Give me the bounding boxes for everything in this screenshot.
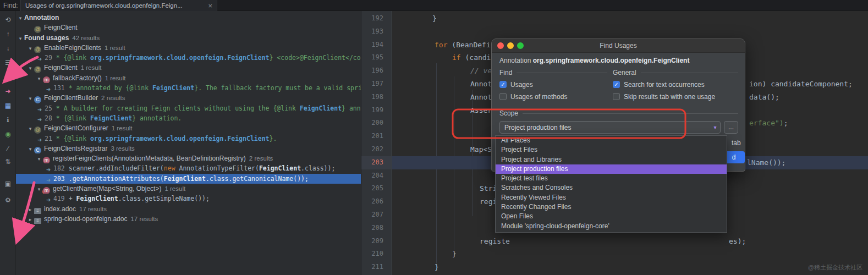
ignore-icon[interactable]: ∕ <box>3 144 13 153</box>
chevron-down-icon[interactable]: ▾ <box>17 13 24 23</box>
usage-row[interactable]: ➜419 + FeignClient.class.getSimpleName()… <box>15 194 361 204</box>
preview-icon[interactable]: ◉ <box>3 130 13 139</box>
scope-option[interactable]: Current File <box>496 231 727 233</box>
line-number[interactable]: 198 <box>361 91 391 104</box>
line-number[interactable]: 195 <box>361 51 391 64</box>
chevron-down-icon[interactable]: ▾ <box>26 63 34 73</box>
line-number[interactable]: 202 <box>361 143 391 156</box>
usage-row[interactable]: ▸≡index.adoc17 results <box>15 204 361 214</box>
line-number[interactable]: 203 <box>361 156 391 169</box>
usage-row[interactable]: ▾mfallbackFactory()1 result <box>15 73 361 83</box>
scope-option[interactable]: Project test files <box>496 174 727 183</box>
code-line[interactable] <box>392 25 868 38</box>
line-number[interactable]: 211 <box>361 261 391 274</box>
chevron-down-icon[interactable]: ▾ <box>26 43 34 53</box>
find-group-header: Find <box>499 69 607 76</box>
tab-close-icon[interactable]: × <box>208 2 212 10</box>
usage-row[interactable]: ➜21 * {@link org.springframework.cloud.o… <box>15 134 361 144</box>
scope-option[interactable]: All Places <box>496 136 727 145</box>
settings-gear-icon[interactable]: ⚙ <box>3 196 13 205</box>
line-number[interactable]: 207 <box>361 208 391 222</box>
next-usage-icon[interactable]: ➜ <box>3 87 13 96</box>
unchecked-checkbox[interactable] <box>499 93 507 100</box>
group-by-icon[interactable]: ☰ <box>3 58 13 68</box>
chevron-down-icon[interactable]: ▾ <box>35 184 43 194</box>
scope-option[interactable]: Project and Libraries <box>496 155 727 164</box>
collapse-down-icon[interactable]: ↓ <box>3 44 13 53</box>
scope-option[interactable]: Recently Viewed Files <box>496 193 727 202</box>
scope-option[interactable]: Module 'spring-cloud-openfeign-core' <box>496 222 727 231</box>
scope-combobox[interactable]: Project production files ▾ <box>499 121 721 134</box>
chevron-down-icon[interactable]: ▾ <box>26 94 34 103</box>
chevron-down-icon[interactable]: ▾ <box>17 34 24 43</box>
scope-browse-button[interactable]: ... <box>724 121 738 134</box>
minimize-button[interactable] <box>507 42 514 49</box>
code-line[interactable]: registees); <box>392 235 868 248</box>
usage-row[interactable]: ➜182 scanner.addIncludeFilter(new Annota… <box>15 163 361 173</box>
chevron-down-icon[interactable]: ▾ <box>35 74 43 83</box>
code-line[interactable]: } <box>392 12 868 25</box>
group-usages-icon[interactable]: ▦ <box>3 101 13 111</box>
line-number[interactable]: 196 <box>361 64 391 78</box>
usage-row[interactable]: ➜29 * {@link org.springframework.cloud.o… <box>15 53 361 63</box>
usage-row[interactable]: ➜25 * A builder for creating Feign clien… <box>15 103 361 113</box>
usage-row[interactable]: ▾Found usages42 results <box>15 33 361 43</box>
scope-option[interactable]: Project production files <box>496 164 727 174</box>
checked-checkbox[interactable]: ✓ <box>499 81 507 88</box>
scope-option[interactable]: Scratches and Consoles <box>496 183 727 193</box>
line-number[interactable]: 209 <box>361 235 391 248</box>
usage-row[interactable]: ▾CFeignClientBuilder2 results <box>15 93 361 103</box>
unchecked-checkbox[interactable] <box>613 93 620 100</box>
line-number[interactable]: 199 <box>361 104 391 117</box>
code-fragment: Annot <box>470 91 492 104</box>
line-number[interactable]: 193 <box>361 25 391 38</box>
pin-icon[interactable]: ❖ <box>3 73 13 82</box>
dialog-titlebar[interactable]: Find Usages <box>492 39 745 53</box>
usage-row[interactable]: ▾CFeignClientsRegistrar3 results <box>15 144 361 153</box>
line-number[interactable]: 192 <box>361 12 391 25</box>
usage-row[interactable]: ➜28 * {@link FeignClient} annotation. <box>15 113 361 123</box>
usage-row[interactable]: ▾Annotation <box>15 13 361 23</box>
chevron-down-icon[interactable]: ▾ <box>35 154 43 163</box>
usage-row[interactable]: ▾mgetClientName(Map<String, Object>)1 re… <box>15 184 361 194</box>
usage-row[interactable]: ▾@EnableFeignClients1 result <box>15 43 361 53</box>
chevron-right-icon[interactable]: ▸ <box>26 205 34 214</box>
close-button[interactable] <box>497 42 504 49</box>
line-number[interactable]: 201 <box>361 130 391 143</box>
dock-icon[interactable]: ▣ <box>3 179 13 189</box>
usage-text: }. <box>270 135 277 142</box>
combo-chevron-icon[interactable]: ▾ <box>710 124 720 130</box>
open-in-new-tab-label-fragment[interactable]: tab <box>732 139 741 147</box>
usage-row[interactable]: ▾@FeignClient1 result <box>15 63 361 73</box>
usage-row[interactable]: ▸≡spring-cloud-openfeign.adoc17 results <box>15 214 361 224</box>
line-number[interactable]: 204 <box>361 169 391 183</box>
code-line[interactable]: } <box>392 248 868 261</box>
line-number[interactable]: 210 <box>361 248 391 261</box>
sort-icon[interactable]: ⇅ <box>3 157 13 167</box>
chevron-right-icon[interactable]: ▸ <box>26 215 34 224</box>
scope-option[interactable]: Recently Changed Files <box>496 202 727 212</box>
line-number[interactable]: 206 <box>361 195 391 208</box>
checked-checkbox[interactable]: ✓ <box>613 81 620 88</box>
scope-option[interactable]: Project Files <box>496 145 727 155</box>
usage-row[interactable]: ▾mregisterFeignClients(AnnotationMetadat… <box>15 153 361 163</box>
scope-option[interactable]: Open Files <box>496 212 727 221</box>
line-number[interactable]: 205 <box>361 182 391 195</box>
usage-row[interactable]: ➜203 .getAnnotationAttributes(FeignClien… <box>15 174 361 184</box>
code-line[interactable]: } <box>392 261 868 274</box>
line-number[interactable]: 208 <box>361 222 391 235</box>
line-number[interactable]: 197 <box>361 78 391 91</box>
usage-row[interactable]: ▾@FeignClientConfigurer1 result <box>15 123 361 133</box>
zoom-button[interactable] <box>517 42 524 49</box>
expand-up-icon[interactable]: ↑ <box>3 30 13 39</box>
usages-tab[interactable]: Usages of org.springframework.cloud.open… <box>20 0 217 11</box>
refresh-icon[interactable]: ⟲ <box>3 15 13 25</box>
usage-row[interactable]: @FeignClient <box>15 23 361 32</box>
chevron-down-icon[interactable]: ▾ <box>26 144 34 153</box>
line-number[interactable]: 200 <box>361 117 391 130</box>
scope-dropdown: All PlacesProject FilesProject and Libra… <box>495 135 727 233</box>
info-icon[interactable]: ℹ <box>3 116 13 125</box>
usage-row[interactable]: ➜131 * annotated by {@link FeignClient}.… <box>15 83 361 93</box>
chevron-down-icon[interactable]: ▾ <box>26 124 34 133</box>
line-number[interactable]: 194 <box>361 38 391 52</box>
